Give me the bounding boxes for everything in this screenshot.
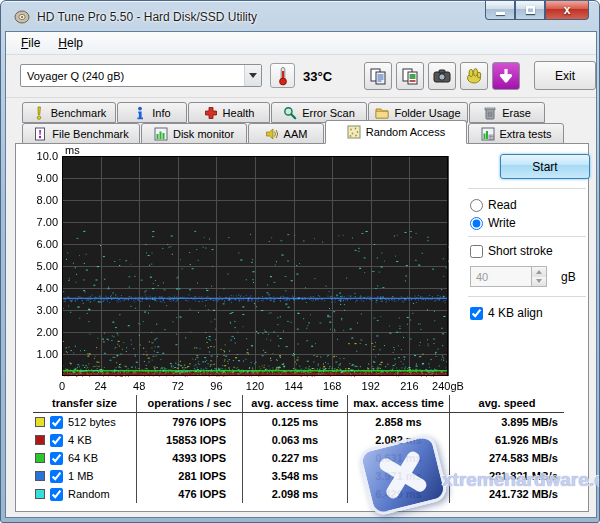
tab-benchmark[interactable]: Benchmark: [22, 102, 116, 123]
table-row-label: 1 MB: [33, 467, 136, 485]
align-checkbox[interactable]: [470, 307, 483, 320]
maximize-button[interactable]: [515, 1, 545, 20]
file-benchmark-icon: [33, 127, 47, 141]
col-header: avg. speed: [449, 395, 564, 413]
download-icon: [498, 68, 514, 84]
random-access-icon: [347, 125, 361, 139]
short-stroke-stepper[interactable]: [532, 266, 547, 287]
series-checkbox-512-bytes[interactable]: [50, 416, 63, 429]
max-access-value: 3.971 ms: [347, 467, 449, 485]
series-checkbox-random[interactable]: [50, 488, 63, 501]
dropdown-arrow-icon: [244, 65, 261, 86]
temperature-button[interactable]: [270, 63, 295, 88]
menu-file[interactable]: File: [12, 33, 49, 53]
ops-value: 15853 IOPS: [136, 431, 242, 449]
col-header: transfer size: [33, 395, 136, 413]
max-access-value: 2.858 ms: [347, 413, 449, 431]
avg-speed-value: 274.583 MB/s: [449, 449, 564, 467]
separator: [468, 188, 586, 189]
benchmark-icon: [32, 106, 46, 120]
erase-icon: [483, 106, 497, 120]
tab-random-access[interactable]: Random Access: [325, 120, 467, 144]
close-icon: x: [564, 3, 571, 17]
avg-access-value: 0.063 ms: [242, 431, 347, 449]
copy-image-button[interactable]: [396, 62, 424, 90]
maximize-icon: [526, 6, 535, 14]
avg-access-value: 2.098 ms: [242, 485, 347, 503]
series-color-swatch: [35, 453, 45, 463]
tab-disk-monitor[interactable]: Disk monitor: [141, 123, 247, 144]
avg-access-value: 0.227 ms: [242, 449, 347, 467]
minimize-icon: [496, 12, 505, 15]
max-access-value: 2.082 ms: [347, 431, 449, 449]
series-checkbox-4-kb[interactable]: [50, 434, 63, 447]
save-results-button[interactable]: [492, 62, 520, 90]
client-area: File Help Voyager Q (240 gB) 33°C: [5, 31, 597, 518]
tab-health[interactable]: Health: [188, 102, 270, 123]
ops-value: 4393 IOPS: [136, 449, 242, 467]
stepper-down-icon[interactable]: [532, 277, 546, 287]
ops-value: 7976 IOPS: [136, 413, 242, 431]
screenshot-button[interactable]: [428, 62, 456, 90]
start-button[interactable]: Start: [500, 154, 590, 179]
separator: [468, 236, 586, 237]
series-color-swatch: [35, 489, 45, 499]
close-button[interactable]: x: [545, 1, 589, 20]
avg-speed-value: 3.895 MB/s: [449, 413, 564, 431]
write-radio[interactable]: [470, 217, 483, 230]
table-row-label: Random: [33, 485, 136, 503]
window-title: HD Tune Pro 5.50 - Hard Disk/SSD Utility: [37, 10, 257, 24]
align-label: 4 KB align: [488, 306, 543, 320]
folder-usage-icon: [375, 106, 389, 120]
tab-file-benchmark[interactable]: File Benchmark: [22, 123, 140, 144]
title-bar[interactable]: HD Tune Pro 5.50 - Hard Disk/SSD Utility…: [1, 1, 599, 31]
health-icon: [204, 106, 218, 120]
table-row-label: 64 KB: [33, 449, 136, 467]
tab-erase[interactable]: Erase: [469, 102, 545, 123]
random-access-chart: [32, 145, 468, 395]
avg-speed-value: 61.926 MB/s: [449, 431, 564, 449]
table-row-label: 4 KB: [33, 431, 136, 449]
app-icon: [14, 9, 30, 25]
avg-speed-value: 281.821 MB/s: [449, 467, 564, 485]
options-button[interactable]: [460, 62, 488, 90]
copy-text-button[interactable]: [364, 62, 392, 90]
toolbar: Voyager Q (240 gB) 33°C: [6, 55, 596, 98]
minimize-button[interactable]: [485, 1, 515, 20]
results-table: transfer size operations / sec avg. acce…: [33, 395, 564, 503]
extra-tests-icon: [481, 127, 495, 141]
short-stroke-unit: gB: [561, 270, 576, 284]
series-checkbox-64-kb[interactable]: [50, 452, 63, 465]
thermometer-icon: [277, 66, 289, 86]
camera-icon: [433, 69, 451, 83]
separator: [468, 296, 586, 297]
avg-access-value: 0.125 ms: [242, 413, 347, 431]
info-icon: [133, 106, 147, 120]
error-scan-icon: [283, 106, 297, 120]
read-radio[interactable]: [470, 199, 483, 212]
drive-select-dropdown[interactable]: Voyager Q (240 gB): [20, 64, 262, 87]
aam-icon: [265, 127, 279, 141]
menu-help[interactable]: Help: [49, 33, 92, 53]
short-stroke-checkbox[interactable]: [470, 245, 483, 258]
exit-button[interactable]: Exit: [534, 61, 596, 90]
write-label: Write: [488, 216, 516, 230]
short-stroke-size-input[interactable]: [470, 266, 532, 287]
table-row-label: 512 bytes: [33, 413, 136, 431]
hand-icon: [465, 67, 483, 85]
max-access-value: 6.429 ms: [347, 485, 449, 503]
tab-aam[interactable]: AAM: [248, 123, 324, 144]
ops-value: 281 IOPS: [136, 467, 242, 485]
max-access-value: 0.631 ms: [347, 449, 449, 467]
tab-extra-tests[interactable]: Extra tests: [468, 123, 564, 144]
col-header: max. access time: [347, 395, 449, 413]
disk-monitor-icon: [154, 127, 168, 141]
drive-select-value: Voyager Q (240 gB): [21, 70, 244, 82]
app-window: HD Tune Pro 5.50 - Hard Disk/SSD Utility…: [0, 0, 600, 523]
series-checkbox-1-mb[interactable]: [50, 470, 63, 483]
short-stroke-label: Short stroke: [488, 244, 553, 258]
stepper-up-icon[interactable]: [532, 267, 546, 277]
random-access-panel: Start Read Write Short stroke: [15, 143, 589, 512]
tab-info[interactable]: Info: [117, 102, 187, 123]
read-label: Read: [488, 198, 517, 212]
